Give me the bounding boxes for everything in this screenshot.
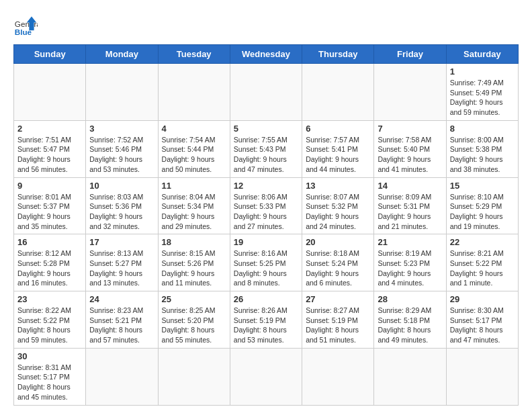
day-info: Sunrise: 8:21 AMSunset: 5:22 PMDaylight:… <box>450 248 515 288</box>
day-cell <box>230 64 302 121</box>
day-info: Sunrise: 8:07 AMSunset: 5:32 PMDaylight:… <box>306 192 370 232</box>
week-row-4: 23Sunrise: 8:22 AMSunset: 5:22 PMDayligh… <box>14 291 519 349</box>
day-cell <box>302 64 374 121</box>
day-cell: 15Sunrise: 8:10 AMSunset: 5:29 PMDayligh… <box>446 177 518 234</box>
day-info: Sunrise: 8:19 AMSunset: 5:23 PMDaylight:… <box>378 248 442 288</box>
day-number: 6 <box>306 124 370 134</box>
day-info: Sunrise: 8:23 AMSunset: 5:21 PMDaylight:… <box>89 306 154 345</box>
day-number: 23 <box>17 294 82 304</box>
day-info: Sunrise: 8:25 AMSunset: 5:20 PMDaylight:… <box>162 306 226 345</box>
day-number: 5 <box>234 124 298 134</box>
day-cell <box>14 64 86 121</box>
day-number: 25 <box>162 294 226 304</box>
day-info: Sunrise: 8:18 AMSunset: 5:24 PMDaylight:… <box>306 248 370 288</box>
day-cell: 20Sunrise: 8:18 AMSunset: 5:24 PMDayligh… <box>302 234 374 291</box>
day-info: Sunrise: 8:06 AMSunset: 5:33 PMDaylight:… <box>234 192 298 232</box>
day-number: 29 <box>450 294 515 304</box>
day-cell: 16Sunrise: 8:12 AMSunset: 5:28 PMDayligh… <box>14 234 86 291</box>
day-cell: 19Sunrise: 8:16 AMSunset: 5:25 PMDayligh… <box>230 234 302 291</box>
day-number: 21 <box>378 237 442 247</box>
day-cell: 6Sunrise: 7:57 AMSunset: 5:41 PMDaylight… <box>302 120 374 177</box>
day-number: 26 <box>234 294 298 304</box>
week-row-0: 1Sunrise: 7:49 AMSunset: 5:49 PMDaylight… <box>14 64 519 121</box>
day-number: 8 <box>450 124 515 134</box>
day-number: 7 <box>378 124 442 134</box>
day-number: 24 <box>89 294 154 304</box>
day-number: 4 <box>162 124 226 134</box>
day-cell: 10Sunrise: 8:03 AMSunset: 5:36 PMDayligh… <box>86 177 158 234</box>
day-info: Sunrise: 8:12 AMSunset: 5:28 PMDaylight:… <box>17 248 82 288</box>
day-number: 18 <box>162 237 226 247</box>
weekday-header-friday: Friday <box>374 45 446 64</box>
day-cell: 14Sunrise: 8:09 AMSunset: 5:31 PMDayligh… <box>374 177 446 234</box>
day-cell: 24Sunrise: 8:23 AMSunset: 5:21 PMDayligh… <box>86 291 158 349</box>
week-row-1: 2Sunrise: 7:51 AMSunset: 5:47 PMDaylight… <box>14 120 519 177</box>
day-number: 30 <box>17 351 82 361</box>
day-number: 15 <box>450 181 515 191</box>
day-cell <box>230 348 302 405</box>
day-cell: 9Sunrise: 8:01 AMSunset: 5:37 PMDaylight… <box>14 177 86 234</box>
day-number: 10 <box>89 181 154 191</box>
day-info: Sunrise: 8:10 AMSunset: 5:29 PMDaylight:… <box>450 192 515 232</box>
day-info: Sunrise: 8:15 AMSunset: 5:26 PMDaylight:… <box>162 248 226 288</box>
day-cell: 13Sunrise: 8:07 AMSunset: 5:32 PMDayligh… <box>302 177 374 234</box>
day-cell <box>302 348 374 405</box>
day-cell <box>158 348 230 405</box>
day-info: Sunrise: 8:22 AMSunset: 5:22 PMDaylight:… <box>17 306 82 345</box>
day-cell: 2Sunrise: 7:51 AMSunset: 5:47 PMDaylight… <box>14 120 86 177</box>
day-number: 9 <box>17 181 82 191</box>
weekday-header-sunday: Sunday <box>14 45 86 64</box>
day-cell <box>374 64 446 121</box>
logo-icon: General Blue <box>13 13 38 38</box>
weekday-header-saturday: Saturday <box>446 45 518 64</box>
day-info: Sunrise: 8:04 AMSunset: 5:34 PMDaylight:… <box>162 192 226 232</box>
day-info: Sunrise: 7:55 AMSunset: 5:43 PMDaylight:… <box>234 135 298 175</box>
calendar-body: 1Sunrise: 7:49 AMSunset: 5:49 PMDaylight… <box>14 64 519 406</box>
day-cell: 18Sunrise: 8:15 AMSunset: 5:26 PMDayligh… <box>158 234 230 291</box>
header: General Blue <box>13 13 519 38</box>
day-info: Sunrise: 7:51 AMSunset: 5:47 PMDaylight:… <box>17 135 82 175</box>
day-info: Sunrise: 8:31 AMSunset: 5:17 PMDaylight:… <box>17 363 82 402</box>
day-cell: 29Sunrise: 8:30 AMSunset: 5:17 PMDayligh… <box>446 291 518 349</box>
day-cell: 22Sunrise: 8:21 AMSunset: 5:22 PMDayligh… <box>446 234 518 291</box>
day-number: 2 <box>17 124 82 134</box>
day-number: 13 <box>306 181 370 191</box>
day-info: Sunrise: 7:52 AMSunset: 5:46 PMDaylight:… <box>89 135 154 175</box>
day-cell: 12Sunrise: 8:06 AMSunset: 5:33 PMDayligh… <box>230 177 302 234</box>
day-cell: 3Sunrise: 7:52 AMSunset: 5:46 PMDaylight… <box>86 120 158 177</box>
weekday-header-monday: Monday <box>86 45 158 64</box>
day-cell: 4Sunrise: 7:54 AMSunset: 5:44 PMDaylight… <box>158 120 230 177</box>
day-number: 19 <box>234 237 298 247</box>
day-number: 20 <box>306 237 370 247</box>
logo: General Blue <box>13 13 38 38</box>
day-number: 12 <box>234 181 298 191</box>
day-cell <box>86 348 158 405</box>
weekday-header-wednesday: Wednesday <box>230 45 302 64</box>
day-cell: 11Sunrise: 8:04 AMSunset: 5:34 PMDayligh… <box>158 177 230 234</box>
day-cell <box>446 348 518 405</box>
day-number: 28 <box>378 294 442 304</box>
day-number: 27 <box>306 294 370 304</box>
weekday-header-thursday: Thursday <box>302 45 374 64</box>
day-number: 1 <box>450 66 515 77</box>
day-cell: 27Sunrise: 8:27 AMSunset: 5:19 PMDayligh… <box>302 291 374 349</box>
day-info: Sunrise: 8:00 AMSunset: 5:38 PMDaylight:… <box>450 135 515 175</box>
day-number: 3 <box>89 124 154 134</box>
day-info: Sunrise: 8:03 AMSunset: 5:36 PMDaylight:… <box>89 192 154 232</box>
day-info: Sunrise: 8:27 AMSunset: 5:19 PMDaylight:… <box>306 306 370 345</box>
day-cell: 7Sunrise: 7:58 AMSunset: 5:40 PMDaylight… <box>374 120 446 177</box>
day-info: Sunrise: 8:13 AMSunset: 5:27 PMDaylight:… <box>89 248 154 288</box>
day-number: 16 <box>17 237 82 247</box>
day-info: Sunrise: 8:09 AMSunset: 5:31 PMDaylight:… <box>378 192 442 232</box>
day-cell: 17Sunrise: 8:13 AMSunset: 5:27 PMDayligh… <box>86 234 158 291</box>
day-cell: 30Sunrise: 8:31 AMSunset: 5:17 PMDayligh… <box>14 348 86 405</box>
day-cell: 28Sunrise: 8:29 AMSunset: 5:18 PMDayligh… <box>374 291 446 349</box>
day-info: Sunrise: 7:58 AMSunset: 5:40 PMDaylight:… <box>378 135 442 175</box>
day-number: 14 <box>378 181 442 191</box>
weekday-row: SundayMondayTuesdayWednesdayThursdayFrid… <box>14 45 519 64</box>
day-cell <box>86 64 158 121</box>
day-cell: 5Sunrise: 7:55 AMSunset: 5:43 PMDaylight… <box>230 120 302 177</box>
day-info: Sunrise: 8:01 AMSunset: 5:37 PMDaylight:… <box>17 192 82 232</box>
day-cell: 23Sunrise: 8:22 AMSunset: 5:22 PMDayligh… <box>14 291 86 349</box>
day-cell <box>374 348 446 405</box>
